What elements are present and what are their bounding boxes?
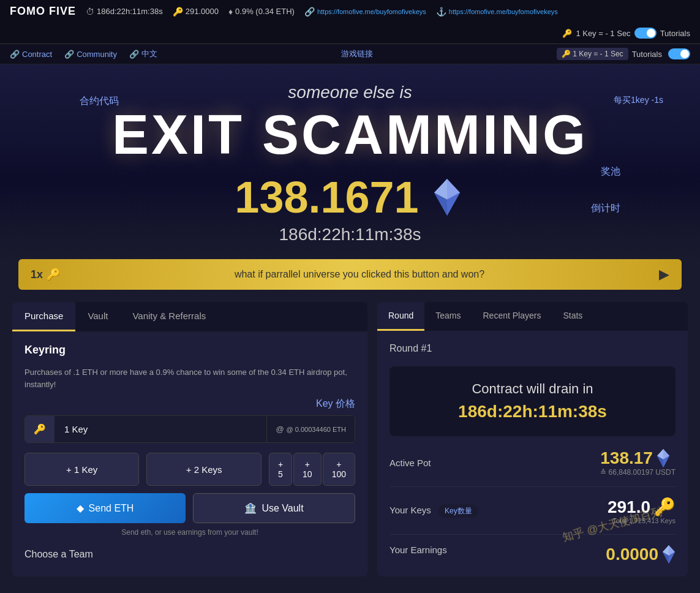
- nav-community[interactable]: 🔗 Community: [64, 50, 117, 59]
- tab-vanity-referrals[interactable]: Vanity & Referrals: [120, 302, 218, 331]
- key-icon-buy: 🔑: [47, 268, 60, 281]
- key-icon: 🔑: [173, 7, 183, 17]
- your-earnings-value: 0.0000: [606, 545, 676, 564]
- key-input-icon: 🔑: [25, 416, 55, 442]
- vault-icon: 🏦: [244, 502, 257, 514]
- hero-main-text: EXIT SCAMMING: [12, 107, 688, 162]
- left-panel: Purchase Vault Vanity & Referrals Keyrin…: [12, 302, 367, 576]
- key-info-toggle: 🔑 1 Key = - 1 Sec Tutorials: [562, 28, 690, 39]
- right-content: Round #1 Contract will drain in 186d:22h…: [377, 331, 688, 576]
- drain-box: Contract will drain in 186d:22h:11m:38s: [390, 366, 676, 436]
- key-icon-value: 🔑: [654, 497, 676, 517]
- buy-bar-text: what if parrallel universe you clicked t…: [70, 269, 649, 280]
- contract-icon: 🔗: [10, 50, 20, 59]
- pool-label: 奖池: [601, 165, 620, 178]
- btn-add-group: +5 +10 +100: [269, 453, 355, 486]
- btn-plus10[interactable]: +10: [293, 453, 322, 486]
- your-earnings-row: Your Earnings 0.0000: [390, 545, 676, 564]
- total-keys-label: Total 1,725,413 Keys: [608, 517, 676, 524]
- diamond-icon: ♦: [228, 7, 233, 17]
- keys-display: 🔑 291.0000: [173, 7, 219, 17]
- buy-bar-key: 1x 🔑: [31, 268, 60, 281]
- your-keys-label: Your Keys Key数量: [390, 505, 478, 516]
- community-icon: 🔗: [64, 50, 74, 59]
- nav-bar: 🔗 Contract 🔗 Community 🔗 中文 游戏链接 🔑 1 Key…: [0, 44, 700, 64]
- link2-display[interactable]: ⚓ https://fomofive.me/buyfomofivekeys: [436, 7, 558, 17]
- drain-timer: 186d:22h:11m:38s: [404, 402, 661, 421]
- btn-plus2[interactable]: + 2 Keys: [146, 453, 261, 486]
- tutorials-toggle-2[interactable]: [668, 48, 690, 59]
- top-bar: FOMO FIVE ⏱ 186d:22h:11m:38s 🔑 291.0000 …: [0, 0, 700, 44]
- btn-plus5[interactable]: +5: [269, 453, 292, 486]
- your-earnings-label: Your Earnings: [390, 545, 447, 555]
- tab-round[interactable]: Round: [377, 302, 424, 331]
- zhongwen-icon: 🔗: [129, 50, 139, 59]
- active-pot-row: Active Pot 138.17 ≙ 66: [390, 448, 676, 487]
- tab-recent-players[interactable]: Recent Players: [472, 302, 552, 331]
- btn-plus100[interactable]: +100: [323, 453, 355, 486]
- per-key-label: 每买1key -1s: [614, 95, 663, 106]
- hero-amount: 138.1671: [235, 172, 418, 222]
- your-keys-value: 291.0 🔑: [608, 497, 676, 517]
- key-price-badge: @ @ 0.00034460 ETH: [266, 416, 355, 442]
- main-content: Purchase Vault Vanity & Referrals Keyrin…: [0, 290, 700, 589]
- contract-code-label: 合约代码: [80, 95, 119, 108]
- nav-right: 🔑 1 Key = - 1 Sec Tutorials: [557, 48, 690, 60]
- nav-contract[interactable]: 🔗 Contract: [10, 50, 52, 59]
- btn-use-vault[interactable]: 🏦 Use Vault: [193, 493, 355, 523]
- at-icon: @: [276, 425, 284, 434]
- brand-logo: FOMO FIVE: [10, 5, 76, 18]
- eth-diamond-icon: [429, 179, 465, 216]
- panel-content: Keyring Purchases of .1 ETH or more have…: [12, 331, 367, 572]
- panel-tabs: Purchase Vault Vanity & Referrals: [12, 302, 367, 331]
- hero-timer: 186d:22h:11m:38s: [12, 225, 688, 244]
- buy-bar[interactable]: 1x 🔑 what if parrallel universe you clic…: [18, 259, 682, 290]
- timer-display: ⏱ 186d:22h:11m:38s: [86, 7, 163, 17]
- key-price-link[interactable]: Key 价格: [316, 398, 355, 409]
- btn-row: + 1 Key + 2 Keys +5 +10 +100: [24, 453, 355, 486]
- chance-display: ♦ 0.9% (0.34 ETH): [228, 7, 295, 17]
- key-badge-icon: 🔑: [562, 50, 571, 58]
- tab-teams[interactable]: Teams: [424, 302, 472, 331]
- eth-icon-send: ◆: [77, 502, 84, 514]
- eth-icon-earnings: [662, 545, 676, 564]
- timer-icon: ⏱: [86, 7, 94, 17]
- your-keys-left: Your Keys Key数量: [390, 505, 478, 516]
- key-input-field[interactable]: [55, 416, 266, 442]
- tab-purchase[interactable]: Purchase: [12, 302, 75, 331]
- active-pot-label: Active Pot: [390, 458, 431, 468]
- hero-pool-row: 138.1671: [12, 172, 688, 222]
- btn-plus1[interactable]: + 1 Key: [24, 453, 139, 486]
- tutorials-toggle[interactable]: [634, 28, 657, 39]
- tutorials-label: Tutorials: [632, 50, 662, 59]
- tab-vault[interactable]: Vault: [75, 302, 120, 331]
- panel-section-title: Keyring: [24, 344, 355, 357]
- key-count-badge: Key数量: [438, 504, 478, 518]
- choose-team-title: Choose a Team: [24, 549, 355, 560]
- buy-bar-arrow-icon: ▶: [659, 266, 669, 282]
- round-title: Round #1: [390, 343, 676, 354]
- right-panel: Round Teams Recent Players Stats Round #…: [377, 302, 688, 576]
- tab-stats[interactable]: Stats: [552, 302, 593, 331]
- nav-links: 🔑 1 Key = - 1 Sec Tutorials: [562, 28, 690, 39]
- link1-display[interactable]: 🔗 https://fomofive.me/buyfomofivekeys: [304, 7, 426, 17]
- hero-section: 合约代码 每买1key -1s someone else is EXIT SCA…: [0, 64, 700, 259]
- countdown-label: 倒计时: [591, 202, 620, 215]
- key-icon-nav: 🔑: [562, 29, 572, 38]
- active-pot-usdt: ≙ 66,848.00197 USDT: [600, 468, 676, 477]
- info-text: Purchases of .1 ETH or more have a 0.9% …: [24, 366, 355, 390]
- link1-icon: 🔗: [304, 7, 315, 17]
- send-note: Send eth, or use earnings from your vaul…: [24, 528, 355, 537]
- drain-text: Contract will drain in: [404, 381, 661, 397]
- nav-center: 游戏链接: [170, 48, 544, 59]
- btn-send-eth[interactable]: ◆ Send ETH: [24, 493, 186, 523]
- action-row: ◆ Send ETH 🏦 Use Vault: [24, 493, 355, 523]
- active-pot-value: 138.17: [600, 448, 676, 468]
- key-sec-badge: 🔑 1 Key = - 1 Sec: [557, 48, 628, 60]
- your-keys-row: Your Keys Key数量 291.0 🔑 Total 1,725,413 …: [390, 497, 676, 535]
- nav-zhongwen[interactable]: 🔗 中文: [129, 48, 157, 59]
- key-input-row: 🔑 @ @ 0.00034460 ETH: [24, 415, 355, 443]
- eth-icon-pot: [657, 449, 670, 467]
- your-keys-right: 291.0 🔑 Total 1,725,413 Keys: [608, 497, 676, 524]
- active-pot-value-row: Active Pot 138.17 ≙ 66: [390, 448, 676, 477]
